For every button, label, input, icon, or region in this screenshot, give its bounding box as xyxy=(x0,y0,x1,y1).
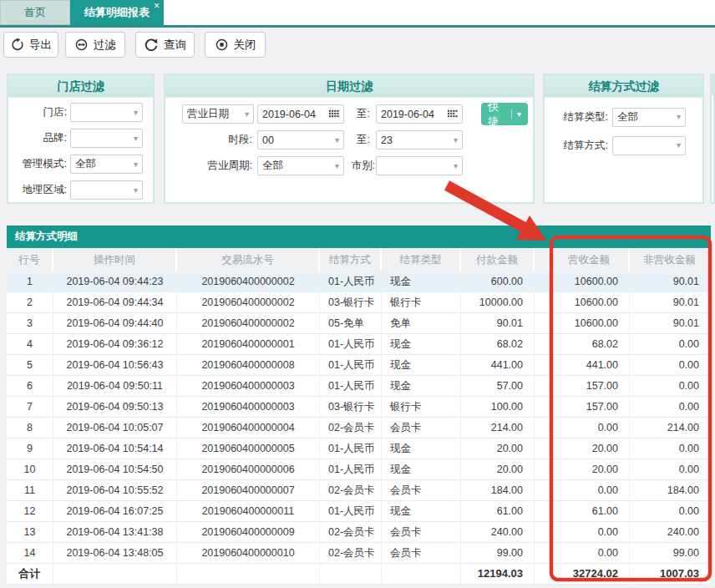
table-row[interactable]: 142019-06-04 13:48:05201906040000001002-… xyxy=(7,543,711,564)
column-header[interactable]: 付款金额 xyxy=(461,248,535,271)
cell: 0.00 xyxy=(630,376,711,397)
cell: 0.00 xyxy=(630,334,711,355)
cycle-select[interactable]: 全部▾ xyxy=(257,156,344,175)
table-row[interactable]: 62019-06-04 09:50:11201906040000000301-人… xyxy=(7,376,711,397)
tab-settlement-report[interactable]: 结算明细报表 × xyxy=(70,0,164,25)
column-header[interactable]: 非营收金额 xyxy=(630,248,711,271)
tab-home[interactable]: 首页 xyxy=(0,0,70,25)
region-select[interactable]: ▾ xyxy=(70,180,143,200)
cycle-label: 营业周期: xyxy=(170,159,257,173)
cell: 02-会员卡 xyxy=(320,480,382,501)
date-to-input[interactable]: 2019-06-04 xyxy=(376,104,463,124)
cell: 2019-06-04 09:36:12 xyxy=(53,334,177,355)
column-header[interactable]: 结算类型 xyxy=(382,248,461,271)
column-header[interactable]: 行号 xyxy=(7,248,53,271)
cell: 2019060400000002 xyxy=(177,271,320,292)
quick-range-button[interactable]: 快捷 ▾ xyxy=(481,103,528,125)
stop-icon xyxy=(215,38,229,52)
export-icon xyxy=(10,38,24,52)
cell: 90.01 xyxy=(630,292,711,313)
table-row[interactable]: 102019-06-04 10:54:50201906040000000601-… xyxy=(7,459,711,480)
date-type-select[interactable]: 营业日期▾ xyxy=(182,104,254,124)
filter-button[interactable]: 过滤 xyxy=(65,32,125,58)
date-from-input[interactable]: 2019-06-04 xyxy=(257,104,344,124)
close-button[interactable]: 关闭 xyxy=(205,32,266,58)
cell: 会员卡 xyxy=(382,522,461,543)
cell-spacer xyxy=(535,522,550,543)
close-label: 关闭 xyxy=(234,38,256,53)
cell xyxy=(177,564,320,585)
cell: 01-人民币 xyxy=(320,501,382,522)
brand-select[interactable]: ▾ xyxy=(70,129,143,148)
cell: 2019060400000002 xyxy=(177,292,320,313)
cell xyxy=(382,564,461,585)
cell: 2019060400000003 xyxy=(177,376,320,397)
table-row[interactable]: 112019-06-04 10:55:52201906040000000702-… xyxy=(7,480,711,501)
column-header[interactable]: 营收金额 xyxy=(550,248,630,271)
cell: 12194.03 xyxy=(461,564,535,585)
cell: 2019060400000009 xyxy=(177,522,320,543)
cell-spacer xyxy=(535,355,550,376)
cell: 现金 xyxy=(382,355,461,376)
table-row[interactable]: 52019-06-04 10:56:43201906040000000801-人… xyxy=(7,355,711,376)
cell: 184.00 xyxy=(461,480,535,501)
table-header-row: 行号操作时间交易流水号结算方式结算类型付款金额营收金额非营收金额 xyxy=(7,248,711,271)
table-row[interactable]: 42019-06-04 09:36:12201906040000000101-人… xyxy=(7,334,711,355)
cell: 01-人民币 xyxy=(320,355,382,376)
cell: 6 xyxy=(7,376,53,397)
table-row[interactable]: 92019-06-04 10:54:14201906040000000501-人… xyxy=(7,438,711,459)
cell: 现金 xyxy=(382,459,461,480)
tab-close-icon[interactable]: × xyxy=(154,1,160,11)
cell: 会员卡 xyxy=(382,418,461,438)
table-row[interactable]: 22019-06-04 09:44:34201906040000000203-银… xyxy=(7,292,711,313)
cell: 214.00 xyxy=(630,418,711,438)
table-row[interactable]: 72019-06-04 09:50:13201906040000000303-银… xyxy=(7,397,711,418)
chevron-down-icon: ▾ xyxy=(454,136,458,144)
cell: 2019-06-04 10:54:14 xyxy=(53,438,177,459)
cell: 2019-06-04 16:07:25 xyxy=(53,501,177,522)
table-row[interactable]: 132019-06-04 13:41:38201906040000000902-… xyxy=(7,522,711,543)
hour-to-select[interactable]: 23▾ xyxy=(376,130,463,150)
table-row[interactable]: 82019-06-04 10:05:07201906040000000402-会… xyxy=(7,418,711,438)
mgmt-mode-select[interactable]: 全部▾ xyxy=(70,155,143,174)
settle-type-select[interactable]: 全部▾ xyxy=(612,108,686,127)
column-header[interactable]: 操作时间 xyxy=(53,248,177,271)
tab-home-label: 首页 xyxy=(24,5,46,20)
calendar-icon xyxy=(447,108,458,121)
cell-spacer xyxy=(535,313,550,334)
cell: 68.02 xyxy=(461,334,535,355)
cell: 现金 xyxy=(382,271,461,292)
cell: 90.01 xyxy=(630,313,711,334)
cell: 2 xyxy=(7,292,53,313)
clipped-panel-edge xyxy=(710,74,715,204)
store-filter-title: 门店过滤 xyxy=(8,75,153,98)
table-row[interactable]: 122019-06-04 16:07:25201906040000001101-… xyxy=(7,501,711,522)
calendar-icon xyxy=(328,108,339,121)
chevron-down-icon: ▾ xyxy=(511,109,521,119)
table-row[interactable]: 12019-06-04 09:44:23201906040000000201-人… xyxy=(7,271,711,292)
settle-method-select[interactable]: ▾ xyxy=(612,136,686,155)
cell: 2019060400000002 xyxy=(177,313,320,334)
hour-from-select[interactable]: 00▾ xyxy=(257,130,344,150)
column-header[interactable]: 结算方式 xyxy=(320,248,382,271)
cell: 银行卡 xyxy=(382,292,461,313)
cell-spacer xyxy=(535,501,550,522)
market-select[interactable]: ▾ xyxy=(376,156,463,175)
cell-spacer xyxy=(535,543,550,564)
table-row[interactable]: 32019-06-04 09:44:40201906040000000205-免… xyxy=(7,313,711,334)
column-header[interactable]: 交易流水号 xyxy=(177,248,320,271)
region-label: 地理区域: xyxy=(8,183,67,197)
query-button[interactable]: 查询 xyxy=(135,32,195,58)
settlement-report-screen: 首页 结算明细报表 × 导出 过滤 查询 关闭 门店过滤 xyxy=(0,0,715,588)
store-select[interactable]: ▾ xyxy=(70,103,143,122)
cell: 600.00 xyxy=(461,271,535,292)
cell-spacer xyxy=(535,418,550,438)
cell: 68.02 xyxy=(550,334,630,355)
settle-method-label: 结算方式: xyxy=(545,139,608,153)
chevron-down-icon: ▾ xyxy=(245,110,249,119)
cell: 20.00 xyxy=(461,459,535,480)
cell: 9 xyxy=(7,438,53,459)
mgmt-mode-label: 管理模式: xyxy=(8,157,67,171)
export-button[interactable]: 导出 xyxy=(3,32,58,58)
cell: 0.00 xyxy=(630,355,711,376)
